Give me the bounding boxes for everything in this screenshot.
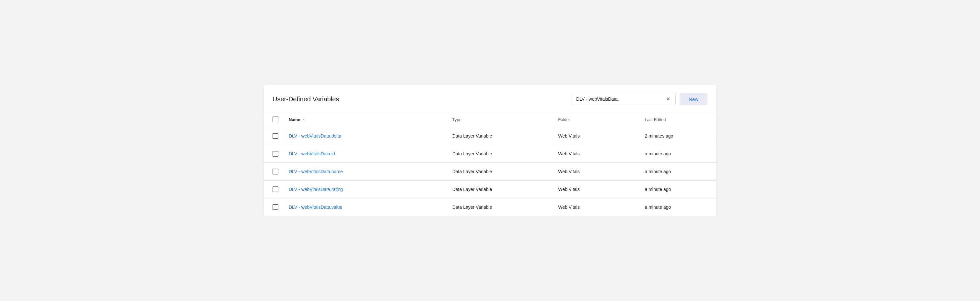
row-folder-cell: Web Vitals [553,198,640,216]
header: User-Defined Variables ✕ New [264,85,716,112]
table-row: DLV - webVitalsData.id Data Layer Variab… [264,145,716,163]
row-type-cell: Data Layer Variable [447,145,553,163]
variable-link[interactable]: DLV - webVitalsData.rating [289,187,343,192]
sort-arrow-icon: ↑ [303,117,305,122]
row-checkbox[interactable] [272,204,278,210]
folder-column-header: Folder [553,112,640,127]
table-row: DLV - webVitalsData.value Data Layer Var… [264,198,716,216]
row-name-cell: DLV - webVitalsData.delta [283,127,447,145]
row-type-cell: Data Layer Variable [447,127,553,145]
row-folder-cell: Web Vitals [553,163,640,181]
row-edited-cell: a minute ago [640,198,716,216]
edited-column-label: Last Edited [644,117,666,122]
page-title: User-Defined Variables [272,95,339,103]
table-row: DLV - webVitalsData.rating Data Layer Va… [264,181,716,198]
row-name-cell: DLV - webVitalsData.value [283,198,447,216]
row-name-cell: DLV - webVitalsData.id [283,145,447,163]
row-name-cell: DLV - webVitalsData.name [283,163,447,181]
variable-link[interactable]: DLV - webVitalsData.value [289,204,342,210]
row-folder-cell: Web Vitals [553,127,640,145]
row-checkbox-cell [264,127,283,145]
row-checkbox[interactable] [272,187,278,192]
name-column-label: Name [289,117,300,122]
row-checkbox-cell [264,145,283,163]
search-input[interactable] [576,97,662,101]
variables-table: Name ↑ Type Folder Last Edited [264,112,716,216]
header-actions: ✕ New [572,93,708,105]
table-body: DLV - webVitalsData.delta Data Layer Var… [264,127,716,216]
type-column-header: Type [447,112,553,127]
type-column-label: Type [452,117,461,122]
row-edited-cell: a minute ago [640,181,716,198]
search-box[interactable]: ✕ [572,93,676,105]
main-container: User-Defined Variables ✕ New Name ↑ [263,85,717,216]
select-all-checkbox[interactable] [272,117,278,122]
table-row: DLV - webVitalsData.name Data Layer Vari… [264,163,716,181]
edited-column-header: Last Edited [640,112,716,127]
table-row: DLV - webVitalsData.delta Data Layer Var… [264,127,716,145]
row-type-cell: Data Layer Variable [447,198,553,216]
row-checkbox-cell [264,163,283,181]
variable-link[interactable]: DLV - webVitalsData.name [289,169,343,174]
variable-link[interactable]: DLV - webVitalsData.id [289,151,335,156]
row-checkbox-cell [264,198,283,216]
row-type-cell: Data Layer Variable [447,181,553,198]
new-button[interactable]: New [679,93,708,105]
name-column-header: Name ↑ [283,112,447,127]
select-all-header [264,112,283,127]
row-edited-cell: 2 minutes ago [640,127,716,145]
row-checkbox[interactable] [272,133,278,139]
row-name-cell: DLV - webVitalsData.rating [283,181,447,198]
row-checkbox[interactable] [272,151,278,157]
row-type-cell: Data Layer Variable [447,163,553,181]
row-folder-cell: Web Vitals [553,181,640,198]
table-header: Name ↑ Type Folder Last Edited [264,112,716,127]
row-edited-cell: a minute ago [640,145,716,163]
row-edited-cell: a minute ago [640,163,716,181]
row-checkbox[interactable] [272,169,278,174]
clear-search-icon[interactable]: ✕ [665,96,671,102]
row-folder-cell: Web Vitals [553,145,640,163]
variable-link[interactable]: DLV - webVitalsData.delta [289,133,341,138]
row-checkbox-cell [264,181,283,198]
folder-column-label: Folder [558,117,570,122]
